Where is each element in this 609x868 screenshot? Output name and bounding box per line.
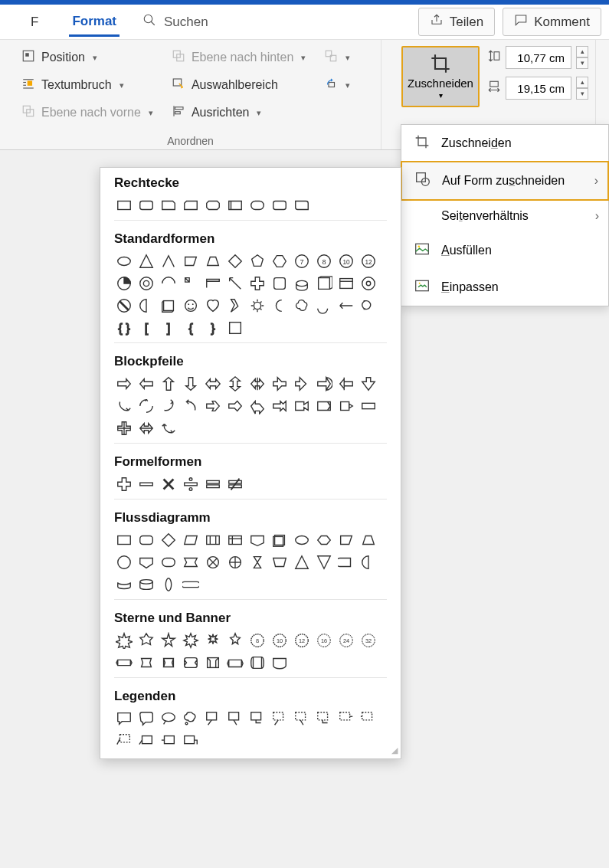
resize-grip[interactable]: ◢ (391, 745, 398, 755)
shape-sterne-15[interactable] (181, 653, 201, 673)
shape-sterne-3[interactable] (181, 631, 201, 650)
shape-blockpfeile-19[interactable] (270, 396, 290, 416)
shape-legenden-4[interactable] (203, 709, 223, 729)
shape-blockpfeile-22[interactable] (336, 396, 356, 416)
shape-formelformen-2[interactable] (159, 474, 178, 494)
shape-standardformen-30[interactable] (247, 296, 267, 316)
shape-flussdiagramm-8[interactable] (292, 530, 312, 550)
shape-legenden-5[interactable] (225, 709, 245, 729)
shape-standardformen-19[interactable] (270, 274, 290, 293)
shape-flussdiagramm-10[interactable] (336, 530, 356, 550)
shape-formelformen-0[interactable] (114, 474, 134, 494)
shape-standardformen-10[interactable]: 10 (336, 251, 356, 271)
shape-flussdiagramm-23[interactable] (359, 552, 378, 572)
shape-standardformen-0[interactable] (114, 251, 134, 271)
shape-rechtecke-0[interactable] (114, 195, 134, 215)
crop-split-button[interactable]: Zuschneiden ▾ (401, 46, 480, 107)
shape-sterne-9[interactable]: 16 (314, 631, 334, 650)
shape-blockpfeile-6[interactable] (247, 374, 267, 394)
shape-standardformen-23[interactable] (359, 274, 378, 293)
shape-standardformen-4[interactable] (203, 251, 223, 271)
shape-flussdiagramm-15[interactable] (181, 552, 201, 572)
shape-standardformen-18[interactable] (247, 274, 267, 293)
shape-sterne-4[interactable] (203, 631, 223, 650)
shape-rechtecke-1[interactable] (136, 195, 156, 215)
shape-legenden-3[interactable] (181, 709, 201, 729)
shape-flussdiagramm-21[interactable] (314, 552, 334, 572)
shape-blockpfeile-12[interactable] (114, 396, 134, 416)
shape-rechtecke-8[interactable] (292, 195, 312, 215)
shape-sterne-12[interactable] (114, 653, 134, 673)
shape-sterne-1[interactable] (136, 631, 156, 650)
shape-standardformen-25[interactable] (136, 296, 156, 316)
shape-standardformen-33[interactable] (314, 296, 334, 316)
shape-standardformen-6[interactable] (247, 251, 267, 271)
shape-flussdiagramm-2[interactable] (159, 530, 178, 550)
shape-blockpfeile-0[interactable] (114, 374, 134, 394)
shape-standardformen-27[interactable] (181, 296, 201, 316)
shape-standardformen-34[interactable] (336, 296, 356, 316)
shape-standardformen-20[interactable] (292, 274, 312, 293)
shape-flussdiagramm-14[interactable] (159, 552, 178, 572)
shape-blockpfeile-9[interactable] (314, 374, 334, 394)
shape-legenden-11[interactable] (359, 709, 378, 729)
shape-blockpfeile-3[interactable] (181, 374, 201, 394)
shape-legenden-9[interactable] (314, 709, 334, 729)
shape-formelformen-3[interactable] (181, 474, 201, 494)
shape-standardformen-14[interactable] (159, 274, 178, 293)
shape-blockpfeile-21[interactable] (314, 396, 334, 416)
shape-flussdiagramm-0[interactable] (114, 530, 134, 550)
shape-standardformen-37[interactable]: [ (136, 318, 156, 338)
prev-tab[interactable]: F (31, 15, 38, 30)
shape-standardformen-26[interactable] (159, 296, 178, 316)
shape-standardformen-5[interactable] (225, 251, 245, 271)
shape-flussdiagramm-26[interactable] (159, 575, 178, 594)
shape-formelformen-5[interactable] (225, 474, 245, 494)
shape-standardformen-13[interactable] (136, 274, 156, 293)
shape-standardformen-9[interactable]: 8 (314, 251, 334, 271)
shape-standardformen-41[interactable] (225, 318, 245, 338)
shape-standardformen-24[interactable] (114, 296, 134, 316)
shape-flussdiagramm-20[interactable] (292, 552, 312, 572)
shape-flussdiagramm-17[interactable] (225, 552, 245, 572)
shape-flussdiagramm-13[interactable] (136, 552, 156, 572)
shape-blockpfeile-1[interactable] (136, 374, 156, 394)
height-up[interactable]: ▴ (576, 46, 588, 57)
shape-flussdiagramm-6[interactable] (247, 530, 267, 550)
shape-blockpfeile-14[interactable] (159, 396, 178, 416)
shape-flussdiagramm-11[interactable] (359, 530, 378, 550)
shape-standardformen-11[interactable]: 12 (359, 251, 378, 271)
shape-legenden-8[interactable] (292, 709, 312, 729)
shape-legenden-12[interactable] (114, 731, 134, 751)
shape-sterne-10[interactable]: 24 (336, 631, 356, 650)
height-down[interactable]: ▾ (576, 57, 588, 69)
menu-fill[interactable]: Ausfüllen (401, 232, 608, 269)
shape-sterne-7[interactable]: 10 (270, 631, 290, 650)
shape-legenden-0[interactable] (114, 709, 134, 729)
menu-crop[interactable]: Zuschneiden (401, 125, 608, 162)
shape-flussdiagramm-12[interactable] (114, 552, 134, 572)
shape-legenden-2[interactable] (159, 709, 178, 729)
position-button[interactable]: Position▾ (20, 46, 155, 69)
shape-sterne-2[interactable] (159, 631, 178, 650)
shape-sterne-0[interactable] (114, 631, 134, 650)
search-box[interactable]: Suchen (142, 13, 208, 31)
shape-flussdiagramm-5[interactable] (225, 530, 245, 550)
shape-blockpfeile-11[interactable] (359, 374, 378, 394)
shape-flussdiagramm-25[interactable] (136, 575, 156, 594)
shape-sterne-5[interactable] (225, 631, 245, 650)
shape-rechtecke-2[interactable] (159, 195, 178, 215)
shape-legenden-13[interactable] (136, 731, 156, 751)
shape-standardformen-16[interactable] (203, 274, 223, 293)
shape-legenden-15[interactable] (181, 731, 201, 751)
shape-rechtecke-7[interactable] (270, 195, 290, 215)
shape-legenden-7[interactable] (270, 709, 290, 729)
shape-sterne-13[interactable] (136, 653, 156, 673)
shape-blockpfeile-24[interactable] (114, 418, 134, 438)
width-up[interactable]: ▴ (576, 77, 588, 88)
shape-standardformen-22[interactable] (336, 274, 356, 293)
shape-standardformen-17[interactable] (225, 274, 245, 293)
shape-blockpfeile-13[interactable] (136, 396, 156, 416)
shape-standardformen-15[interactable] (181, 274, 201, 293)
shape-sterne-14[interactable] (159, 653, 178, 673)
